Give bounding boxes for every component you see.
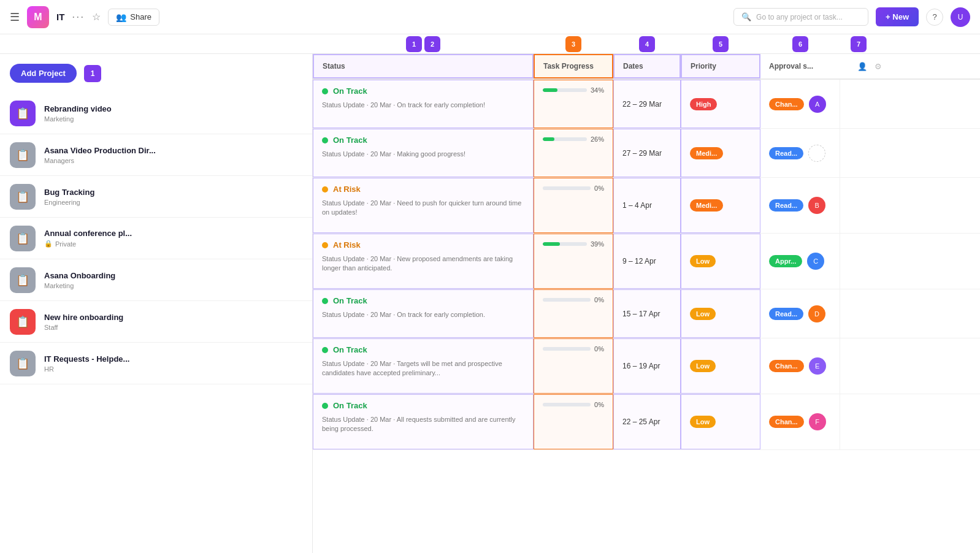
cell-approval-4: Read... D [760,289,840,338]
cell-dates-2: 1 – 4 Apr [613,178,681,233]
search-bar[interactable]: 🔍 Go to any project or task... [733,8,868,26]
cell-priority-0: High [681,80,760,128]
project-name: Rebranding video [44,104,112,113]
priority-badge: Medi... [690,199,723,212]
cell-dates-3: 9 – 12 Apr [613,234,681,289]
project-name: Annual conference pl... [44,229,132,238]
column-numbers-row: 1 2 3 4 5 6 7 [0,34,980,54]
table-row: On Track Status Update · 20 Mar · Target… [313,338,980,394]
cell-dates-0: 22 – 29 Mar [613,80,681,128]
status-dot [322,347,328,353]
sidebar-item-onboarding[interactable]: 📋 Asana Onboarding Marketing [0,259,312,301]
status-detail: Status Update · 20 Mar · New proposed am… [322,254,524,273]
progress-fill [543,88,557,92]
col-num-3: 3 [565,36,581,52]
project-icon: 📋 [10,226,36,251]
progress-pct: 0% [594,401,604,408]
cell-task-5: 0% [534,338,613,394]
progress-pct: 0% [594,296,604,303]
approval-badge: Chan... [769,416,804,428]
date-range: 15 – 17 Apr [622,310,660,318]
project-icon: 📋 [10,142,36,168]
priority-badge: Low [690,416,716,428]
progress-pct: 26% [591,135,604,143]
cell-task-6: 0% [534,394,613,449]
status-label: On Track [333,345,367,354]
date-range: 27 – 29 Mar [622,149,662,158]
status-detail: Status Update · 20 Mar · Need to push fo… [322,199,524,218]
main-content: Add Project 1 📋 Rebranding video Marketi… [0,54,980,553]
cell-priority-5: Low [681,338,760,394]
header-priority: Priority [681,54,760,78]
sidebar-item-bug-tracking[interactable]: 📋 Bug Tracking Engineering [0,176,312,218]
progress-bar [543,347,591,351]
project-icon: 📋 [10,101,36,126]
row-avatar: D [808,305,825,322]
menu-icon[interactable]: ☰ [10,10,20,24]
new-button[interactable]: + New [876,7,919,26]
row-avatar: B [808,197,825,214]
person-icon[interactable]: 👤 [857,62,867,71]
progress-bar [543,186,591,190]
cell-status-2: At Risk Status Update · 20 Mar · Need to… [313,178,534,233]
cell-approval-3: Appr... C [760,234,840,289]
progress-pct: 0% [594,345,604,353]
progress-fill [543,137,554,141]
star-icon[interactable]: ☆ [92,11,101,23]
badge-1: 1 [84,65,101,82]
share-button[interactable]: 👥 Share [108,9,159,26]
user-avatar[interactable]: U [951,7,970,27]
sidebar-item-annual-conference[interactable]: 📋 Annual conference pl... 🔒 Private [0,218,312,259]
cell-priority-2: Medi... [681,178,760,233]
project-icon: 📋 [10,184,36,210]
project-sub: Managers [44,157,156,164]
col-num-4: 4 [639,36,655,52]
status-label: On Track [333,86,367,96]
status-dot [322,186,328,193]
priority-badge: Low [690,308,716,320]
table-row: On Track Status Update · 20 Mar · Making… [313,129,980,178]
status-detail: Status Update · 20 Mar · On track for ea… [322,101,485,110]
sidebar-item-new-hire[interactable]: 📋 New hire onboarding Staff [0,301,312,343]
date-range: 22 – 25 Apr [622,418,660,426]
cell-dates-5: 16 – 19 Apr [613,338,681,394]
status-label: On Track [333,401,367,410]
top-navigation: ☰ M IT ··· ☆ 👥 Share 🔍 Go to any project… [0,0,980,34]
project-sub: Staff [44,324,123,331]
cell-priority-1: Medi... [681,129,760,177]
cell-status-6: On Track Status Update · 20 Mar · All re… [313,394,534,449]
sidebar-item-it-requests[interactable]: 📋 IT Requests - Helpde... HR [0,343,312,384]
status-dot [322,298,328,304]
workspace-name: IT [56,12,64,22]
approval-badge: Read... [769,147,803,159]
sidebar-item-rebranding[interactable]: 📋 Rebranding video Marketing [0,93,312,134]
cell-status-0: On Track Status Update · 20 Mar · On tra… [313,80,534,128]
project-sub: Engineering [44,199,94,206]
more-options-button[interactable]: ··· [72,10,85,23]
progress-pct: 0% [594,185,604,192]
lock-icon: 🔒 [44,240,53,248]
project-icon: 📋 [10,351,36,376]
help-button[interactable]: ? [926,9,943,26]
project-name: New hire onboarding [44,313,123,322]
add-project-button[interactable]: Add Project [10,64,77,83]
cell-task-3: 39% [534,234,613,289]
settings-icon[interactable]: ⚙ [875,62,882,71]
header-actions: 👤 ⚙ [840,62,889,71]
table-row: On Track Status Update · 20 Mar · On tra… [313,80,980,129]
priority-badge: Low [690,255,716,267]
status-label: On Track [333,296,367,305]
sidebar-header: Add Project 1 [0,54,312,93]
cell-dates-4: 15 – 17 Apr [613,289,681,338]
progress-pct: 34% [591,86,604,94]
sidebar-item-asana-video[interactable]: 📋 Asana Video Production Dir... Managers [0,134,312,176]
cell-priority-4: Low [681,289,760,338]
date-range: 9 – 12 Apr [622,257,656,265]
table-row: On Track Status Update · 20 Mar · All re… [313,394,980,450]
header-task-progress: Task Progress [534,54,613,78]
date-range: 1 – 4 Apr [622,201,652,210]
row-avatar: A [809,96,826,113]
priority-badge: Medi... [690,147,723,159]
status-label: At Risk [333,240,361,250]
cell-status-1: On Track Status Update · 20 Mar · Making… [313,129,534,177]
